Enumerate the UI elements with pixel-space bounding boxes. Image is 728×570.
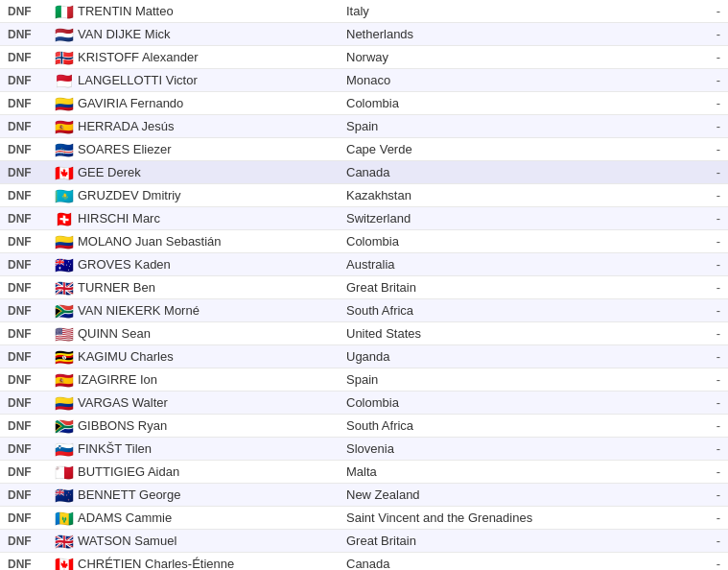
table-row: DNF🇿🇦GIBBONS RyanSouth Africa- (0, 415, 728, 438)
table-row: DNF🇳🇿BENNETT GeorgeNew Zealand- (0, 484, 728, 507)
time-value: - (682, 257, 720, 272)
rider-name: GIBBONS Ryan (78, 418, 346, 433)
status-cell: DNF (8, 5, 51, 18)
rider-name: QUINN Sean (78, 326, 346, 341)
flag-icon: 🇺🇸 (51, 327, 78, 341)
status-cell: DNF (8, 212, 51, 226)
country-name: Canada (346, 165, 682, 179)
country-name: Spain (346, 119, 682, 133)
flag-icon: 🇨🇦 (51, 558, 78, 571)
flag-icon: 🇨🇭 (51, 212, 78, 226)
table-row: DNF🇸🇮FINKŠT TilenSlovenia- (0, 438, 728, 461)
flag-icon: 🇺🇬 (51, 350, 78, 364)
table-row: DNF🇲🇨LANGELLOTTI VictorMonaco- (0, 69, 728, 92)
flag-icon: 🇬🇧 (51, 534, 78, 548)
status-cell: DNF (8, 488, 51, 502)
time-value: - (682, 50, 720, 64)
status-cell: DNF (8, 235, 51, 249)
table-row: DNF🇨🇻SOARES EliezerCape Verde- (0, 138, 728, 161)
rider-name: BENNETT George (78, 487, 346, 502)
flag-icon: 🇨🇻 (51, 143, 78, 156)
rider-name: ADAMS Cammie (78, 511, 346, 525)
rider-name: BUTTIGIEG Aidan (78, 464, 346, 479)
rider-name: HIRSCHI Marc (78, 211, 346, 226)
flag-icon: 🇮🇹 (51, 5, 78, 18)
time-value: - (682, 165, 720, 179)
rider-name: LANGELLOTTI Victor (78, 73, 346, 87)
country-name: South Africa (346, 418, 682, 433)
status-cell: DNF (8, 281, 51, 295)
rider-name: GRUZDEV Dmitriy (78, 188, 346, 202)
time-value: - (682, 511, 720, 525)
time-value: - (682, 119, 720, 133)
status-cell: DNF (8, 465, 51, 479)
table-row: DNF🇨🇭HIRSCHI MarcSwitzerland- (0, 207, 728, 230)
flag-icon: 🇿🇦 (51, 419, 78, 433)
flag-icon: 🇨🇴 (51, 235, 78, 249)
table-row: DNF🇨🇦GEE DerekCanada- (0, 161, 728, 184)
status-cell: DNF (8, 166, 51, 179)
table-row: DNF🇪🇸IZAGIRRE IonSpain- (0, 368, 728, 392)
status-cell: DNF (8, 350, 51, 364)
flag-icon: 🇿🇦 (51, 304, 78, 318)
time-value: - (682, 211, 720, 226)
time-value: - (682, 557, 720, 570)
results-table: DNF🇮🇹TRENTIN MatteoItaly-DNF🇳🇱VAN DIJKE … (0, 0, 728, 570)
flag-icon: 🇬🇧 (51, 281, 78, 295)
country-name: Colombia (346, 395, 682, 410)
flag-icon: 🇲🇹 (51, 465, 78, 479)
time-value: - (682, 487, 720, 502)
time-value: - (682, 534, 720, 548)
time-value: - (682, 418, 720, 433)
country-name: Kazakhstan (346, 188, 682, 202)
country-name: Uganda (346, 349, 682, 364)
time-value: - (682, 96, 720, 110)
rider-name: KAGIMU Charles (78, 349, 346, 364)
status-cell: DNF (8, 558, 51, 571)
flag-icon: 🇨🇴 (51, 97, 78, 110)
status-cell: DNF (8, 28, 51, 41)
rider-name: FINKŠT Tilen (78, 441, 346, 456)
country-name: Malta (346, 464, 682, 479)
flag-icon: 🇳🇱 (51, 28, 78, 41)
rider-name: IZAGIRRE Ion (78, 372, 346, 387)
country-name: Colombia (346, 96, 682, 110)
country-name: Colombia (346, 234, 682, 249)
flag-icon: 🇲🇨 (51, 74, 78, 87)
country-name: Italy (346, 4, 682, 18)
status-cell: DNF (8, 304, 51, 318)
table-row: DNF🇰🇿GRUZDEV DmitriyKazakhstan- (0, 184, 728, 207)
status-cell: DNF (8, 327, 51, 341)
country-name: New Zealand (346, 487, 682, 502)
time-value: - (682, 464, 720, 479)
table-row: DNF🇬🇧WATSON SamuelGreat Britain- (0, 530, 728, 553)
rider-name: GAVIRIA Fernando (78, 96, 346, 110)
status-cell: DNF (8, 258, 51, 272)
time-value: - (682, 188, 720, 202)
time-value: - (682, 73, 720, 87)
flag-icon: 🇳🇴 (51, 51, 78, 64)
table-row: DNF🇺🇸QUINN SeanUnited States- (0, 322, 728, 345)
table-row: DNF🇮🇹TRENTIN MatteoItaly- (0, 0, 728, 23)
flag-icon: 🇦🇺 (51, 258, 78, 272)
flag-icon: 🇸🇮 (51, 442, 78, 456)
country-name: Slovenia (346, 441, 682, 456)
flag-icon: 🇪🇸 (51, 373, 78, 387)
status-cell: DNF (8, 373, 51, 387)
table-row: DNF🇨🇴VARGAS WalterColombia- (0, 392, 728, 415)
status-cell: DNF (8, 511, 51, 525)
table-row: DNF🇳🇴KRISTOFF AlexanderNorway- (0, 46, 728, 69)
flag-icon: 🇨🇴 (51, 396, 78, 410)
status-cell: DNF (8, 419, 51, 433)
rider-name: MOLANO Juan Sebastián (78, 234, 346, 249)
rider-name: VAN DIJKE Mick (78, 27, 346, 41)
rider-name: VARGAS Walter (78, 395, 346, 410)
time-value: - (682, 441, 720, 456)
time-value: - (682, 142, 720, 156)
table-row: DNF🇦🇺GROVES KadenAustralia- (0, 253, 728, 276)
country-name: Great Britain (346, 534, 682, 548)
table-row: DNF🇳🇱VAN DIJKE MickNetherlands- (0, 23, 728, 46)
status-cell: DNF (8, 143, 51, 156)
rider-name: GEE Derek (78, 165, 346, 179)
time-value: - (682, 234, 720, 249)
